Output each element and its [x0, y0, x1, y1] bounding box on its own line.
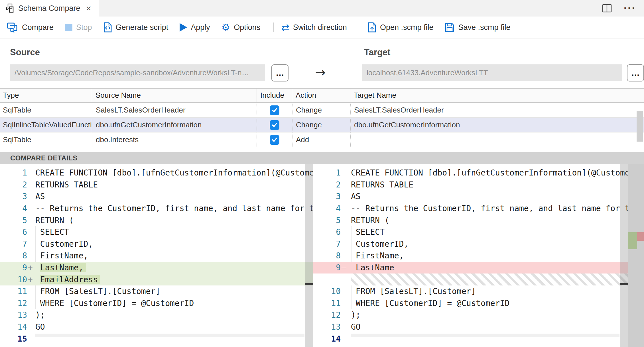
column-header-type[interactable]: Type	[0, 89, 92, 102]
more-actions-icon[interactable]: ···	[624, 6, 636, 10]
code-line: 2RETURNS TABLE	[313, 179, 644, 191]
cell-type: SqlTable	[0, 132, 92, 147]
compare-button[interactable]: Compare	[7, 22, 54, 33]
direction-arrow-icon: →	[315, 65, 326, 79]
code-line: 9– LastName	[313, 262, 644, 274]
code-text: WHERE [CustomerID] = @CustomerID	[351, 299, 644, 308]
generate-script-button[interactable]: Generate script	[103, 22, 168, 33]
line-number: 14	[0, 322, 27, 332]
column-header-target-name[interactable]: Target Name	[350, 89, 644, 102]
column-header-source-name[interactable]: Source Name	[92, 89, 257, 102]
stop-button: Stop	[65, 23, 92, 32]
schema-compare-icon	[6, 3, 14, 13]
code-text: FROM [SalesLT].[Customer]	[351, 287, 644, 296]
code-text: );	[35, 310, 313, 320]
column-header-action[interactable]: Action	[292, 89, 350, 102]
diff-marker: +	[27, 263, 35, 272]
code-text: CREATE FUNCTION [dbo].[ufnGetCustomerInf…	[35, 168, 313, 177]
table-row-selected[interactable]: SqlInlineTableValuedFunction dbo.ufnGetC…	[0, 118, 644, 132]
code-text: RETURN (	[35, 216, 313, 225]
code-text: RETURNS TABLE	[351, 180, 644, 189]
save-scmp-button[interactable]: Save .scmp file	[445, 23, 510, 32]
diff-editor: 1CREATE FUNCTION [dbo].[ufnGetCustomerIn…	[0, 164, 644, 347]
code-line: 9+ LastName,	[0, 262, 313, 274]
options-button[interactable]: ⚙ Options	[222, 23, 261, 32]
code-text: SELECT	[35, 227, 313, 237]
toolbar-separator	[360, 23, 360, 32]
line-number: 5	[0, 216, 27, 225]
stop-icon	[65, 24, 72, 31]
cell-include	[257, 132, 292, 147]
end-of-file-strip	[35, 334, 304, 337]
column-header-include[interactable]: Include	[257, 89, 292, 102]
table-row[interactable]: SqlTable SalesLT.SalesOrderHeader Change…	[0, 103, 644, 118]
include-checkbox[interactable]	[270, 135, 279, 145]
line-number: 1	[0, 168, 27, 177]
cell-source-name: SalesLT.SalesOrderHeader	[92, 103, 257, 117]
code-text: WHERE [CustomerID] = @CustomerID	[35, 299, 313, 308]
line-number: 9	[0, 263, 27, 272]
gear-icon: ⚙	[222, 23, 230, 32]
code-text: FirstName,	[351, 251, 644, 260]
line-number: 7	[0, 239, 27, 249]
target-path-input[interactable]: localhost,61433.AdventureWorksLTT	[362, 64, 622, 81]
table-row[interactable]: SqlTable dbo.Interests Add	[0, 132, 644, 147]
target-scrollbar[interactable]	[620, 164, 628, 347]
code-line: 13GO	[313, 321, 644, 333]
code-text: CREATE FUNCTION [dbo].[ufnGetCustomerInf…	[351, 168, 644, 177]
tab-title: Schema Compare	[18, 4, 80, 13]
code-line: 11 WHERE [CustomerID] = @CustomerID	[313, 297, 644, 309]
hatch-pattern	[351, 273, 644, 285]
tab-bar: Schema Compare × ···	[0, 0, 644, 17]
source-scrollbar[interactable]	[305, 164, 313, 347]
target-browse-button[interactable]: …	[627, 64, 644, 81]
code-line: 8 FirstName,	[0, 250, 313, 262]
source-heading: Source	[10, 47, 40, 58]
line-number: 6	[313, 227, 341, 237]
overview-ruler[interactable]	[628, 164, 644, 347]
cell-type: SqlTable	[0, 103, 92, 117]
code-line: 14GO	[0, 321, 313, 333]
code-text: GO	[351, 322, 644, 332]
code-line: 7 CustomerID,	[0, 238, 313, 250]
table-scrollbar[interactable]	[637, 111, 643, 142]
code-text: SELECT	[351, 227, 644, 237]
code-text: -- Returns the CustomerID, first name, a…	[35, 204, 313, 213]
diff-position-marker	[305, 283, 313, 285]
cell-type: SqlInlineTableValuedFunction	[0, 118, 92, 132]
end-of-file-strip	[351, 334, 619, 337]
include-checkbox[interactable]	[270, 105, 279, 115]
char-diff-highlight: LastName,	[40, 263, 86, 272]
code-text: RETURN (	[351, 216, 644, 225]
switch-direction-button[interactable]: ⇄ Switch direction	[281, 23, 347, 32]
split-editor-icon[interactable]	[602, 4, 612, 13]
cell-target-name	[350, 132, 644, 147]
tab-schema-compare[interactable]: Schema Compare ×	[0, 0, 99, 17]
compare-details-header[interactable]: COMPARE DETAILS	[0, 152, 644, 164]
line-number: 3	[0, 192, 27, 201]
line-number: 13	[0, 310, 27, 320]
source-code-pane[interactable]: 1CREATE FUNCTION [dbo].[ufnGetCustomerIn…	[0, 164, 313, 347]
open-file-icon	[368, 22, 376, 33]
code-line: 1CREATE FUNCTION [dbo].[ufnGetCustomerIn…	[0, 167, 313, 179]
target-code-pane[interactable]: 1CREATE FUNCTION [dbo].[ufnGetCustomerIn…	[313, 164, 644, 347]
cell-source-name: dbo.Interests	[92, 132, 257, 147]
code-line: 4-- Returns the CustomerID, first name, …	[0, 203, 313, 215]
code-text: CustomerID,	[351, 239, 644, 249]
include-checkbox[interactable]	[270, 120, 279, 130]
source-browse-button[interactable]: …	[271, 64, 289, 81]
compare-icon	[7, 22, 18, 33]
close-icon[interactable]: ×	[86, 4, 92, 13]
code-line: 13);	[0, 309, 313, 321]
line-number: 5	[313, 216, 341, 225]
code-line: 11 FROM [SalesLT].[Customer]	[0, 285, 313, 297]
line-number: 3	[313, 192, 341, 201]
toolbar-separator	[273, 23, 274, 32]
code-line: 12);	[313, 309, 644, 321]
open-scmp-button[interactable]: Open .scmp file	[368, 22, 434, 33]
overview-added-mark	[628, 232, 637, 249]
code-text: CustomerID,	[35, 239, 313, 249]
apply-button[interactable]: Apply	[180, 23, 210, 32]
source-path-input[interactable]: /Volumes/Storage/CodeRepos/sample-sandbo…	[10, 64, 265, 81]
line-number: 7	[313, 239, 341, 249]
